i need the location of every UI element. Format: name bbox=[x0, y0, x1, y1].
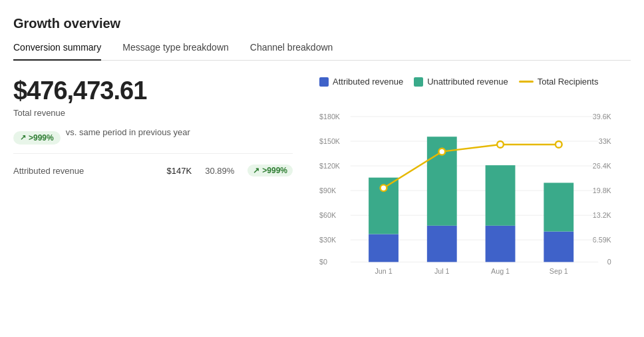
attributed-trend-icon: ↗ bbox=[253, 166, 259, 175]
y2-label-33k: 33K bbox=[599, 137, 612, 145]
right-panel: Attributed revenue Unattributed revenue … bbox=[319, 77, 631, 294]
total-revenue-label: Total revenue bbox=[13, 108, 293, 118]
line-dot-sep bbox=[556, 141, 562, 148]
legend-attributed-label: Attributed revenue bbox=[333, 77, 403, 87]
legend-unattributed-label: Unattributed revenue bbox=[427, 77, 508, 87]
legend-unattributed-revenue: Unattributed revenue bbox=[414, 77, 508, 87]
attributed-revenue-pct: 30.89% bbox=[205, 166, 234, 176]
bar-sep-green bbox=[544, 182, 573, 231]
y-label-0: $0 bbox=[319, 258, 327, 266]
total-revenue-value: $476,473.61 bbox=[13, 77, 293, 105]
x-label-aug: Aug 1 bbox=[491, 267, 510, 275]
vs-text: vs. same period in previous year bbox=[66, 127, 190, 137]
attributed-growth-badge: ↗ >999% bbox=[247, 165, 293, 176]
tab-conversion-summary[interactable]: Conversion summary bbox=[13, 42, 101, 61]
y-label-120k: $120K bbox=[319, 162, 341, 170]
y2-label-0: 0 bbox=[607, 258, 611, 266]
y-label-90k: $90K bbox=[319, 186, 337, 194]
growth-badge: ↗ >999% bbox=[13, 131, 61, 145]
line-dot-jul bbox=[438, 149, 445, 155]
tab-channel-breakdown[interactable]: Channel breakdown bbox=[250, 42, 333, 61]
page-title: Growth overview bbox=[13, 16, 631, 31]
line-dot-aug bbox=[497, 141, 504, 148]
x-label-jun: Jun 1 bbox=[375, 267, 392, 275]
chart-area: $180K $150K $120K $90K $60K $30K $0 39.6… bbox=[319, 95, 631, 294]
content-area: $476,473.61 Total revenue ↗ >999% vs. sa… bbox=[13, 77, 631, 294]
legend-green-dot bbox=[414, 77, 423, 87]
bar-aug-blue bbox=[486, 226, 516, 262]
legend-recipients-label: Total Recipients bbox=[538, 77, 599, 87]
attributed-revenue-label: Attributed revenue bbox=[13, 166, 154, 176]
left-panel: $476,473.61 Total revenue ↗ >999% vs. sa… bbox=[13, 77, 293, 294]
tabs-nav: Conversion summary Message type breakdow… bbox=[13, 42, 631, 61]
metrics-row: Attributed revenue $147K 30.89% ↗ >999% bbox=[13, 153, 293, 176]
bar-sep-blue bbox=[544, 232, 573, 262]
trend-up-icon: ↗ bbox=[20, 133, 26, 142]
y-label-180k: $180K bbox=[319, 113, 341, 121]
attributed-revenue-value: $147K bbox=[167, 166, 192, 176]
growth-badge-value: >999% bbox=[29, 133, 54, 143]
legend-total-recipients: Total Recipients bbox=[519, 77, 599, 87]
chart-legend: Attributed revenue Unattributed revenue … bbox=[319, 77, 631, 87]
legend-blue-dot bbox=[319, 77, 329, 87]
bar-line-chart: $180K $150K $120K $90K $60K $30K $0 39.6… bbox=[319, 95, 631, 294]
legend-attributed-revenue: Attributed revenue bbox=[319, 77, 403, 87]
tab-message-type-breakdown[interactable]: Message type breakdown bbox=[122, 42, 229, 61]
y-label-30k: $30K bbox=[319, 236, 337, 244]
bar-jul-blue bbox=[427, 226, 457, 262]
legend-yellow-line bbox=[519, 81, 534, 83]
x-label-sep: Sep 1 bbox=[550, 267, 568, 275]
y-label-60k: $60K bbox=[319, 211, 337, 219]
attributed-badge-value: >999% bbox=[262, 166, 287, 175]
y-label-150k: $150K bbox=[319, 137, 341, 145]
x-label-jul: Jul 1 bbox=[434, 267, 450, 275]
bar-jun-blue bbox=[369, 234, 399, 262]
line-dot-jun bbox=[381, 184, 387, 191]
bar-aug-green bbox=[486, 165, 516, 226]
